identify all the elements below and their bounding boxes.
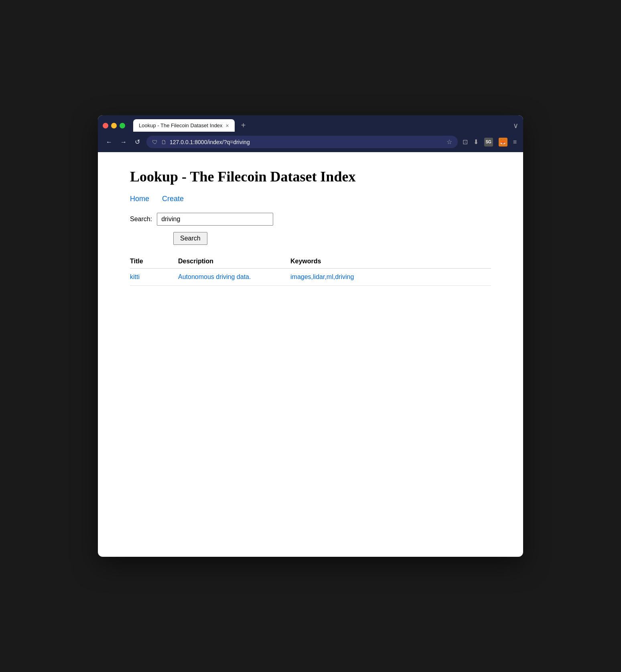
results-table: Title Description Keywords kitti Autonom… — [130, 255, 491, 286]
search-button[interactable]: Search — [173, 232, 207, 245]
address-domain: 127.0.0.1 — [170, 139, 193, 145]
col-description: Description — [178, 255, 290, 269]
metamask-extension-button[interactable]: 🦊 — [499, 138, 507, 147]
address-port-path: :8000/index/?q=driving — [193, 139, 250, 145]
table-header-row: Title Description Keywords — [130, 255, 491, 269]
sg-extension-button[interactable]: SG — [484, 138, 493, 147]
title-link[interactable]: kitti — [130, 273, 140, 280]
table-body: kitti Autonomous driving data. images,li… — [130, 269, 491, 286]
tab-close-button[interactable]: × — [226, 123, 229, 128]
home-link[interactable]: Home — [130, 195, 149, 203]
cell-keywords: images,lidar,ml,driving — [290, 269, 491, 286]
tab-bar: Lookup - The Filecoin Dataset Index × + … — [98, 115, 523, 132]
page-nav: Home Create — [130, 195, 491, 203]
search-row: Search: — [130, 213, 491, 226]
close-traffic-light[interactable] — [103, 123, 108, 128]
cell-title: kitti — [130, 269, 178, 286]
cell-description: Autonomous driving data. — [178, 269, 290, 286]
search-input[interactable] — [157, 213, 273, 226]
page-icon: 🗋 — [161, 139, 166, 145]
forward-button[interactable]: → — [119, 137, 128, 147]
address-bar[interactable]: 🛡 🗋 127.0.0.1:8000/index/?q=driving ☆ — [146, 136, 458, 148]
table-header: Title Description Keywords — [130, 255, 491, 269]
maximize-traffic-light[interactable] — [120, 123, 125, 128]
menu-button[interactable]: ≡ — [513, 138, 517, 146]
keywords-link[interactable]: images,lidar,ml,driving — [290, 273, 354, 280]
new-tab-button[interactable]: + — [238, 119, 249, 132]
col-keywords: Keywords — [290, 255, 491, 269]
address-text: 127.0.0.1:8000/index/?q=driving — [170, 139, 443, 145]
download-button[interactable]: ⬇ — [473, 138, 479, 146]
description-link[interactable]: Autonomous driving data. — [178, 273, 251, 280]
browser-nav-icons: ⊡ ⬇ SG 🦊 ≡ — [463, 138, 517, 147]
active-tab[interactable]: Lookup - The Filecoin Dataset Index × — [133, 119, 235, 132]
minimize-traffic-light[interactable] — [111, 123, 117, 128]
create-link[interactable]: Create — [162, 195, 184, 203]
browser-chrome: Lookup - The Filecoin Dataset Index × + … — [98, 115, 523, 152]
traffic-lights — [103, 123, 125, 128]
bookmark-button[interactable]: ☆ — [446, 138, 452, 146]
page-content: Lookup - The Filecoin Dataset Index Home… — [98, 152, 523, 513]
tab-overflow-button[interactable]: ∨ — [513, 121, 518, 130]
tab-title: Lookup - The Filecoin Dataset Index — [139, 122, 223, 128]
back-button[interactable]: ← — [104, 137, 114, 147]
nav-bar: ← → ↺ 🛡 🗋 127.0.0.1:8000/index/?q=drivin… — [98, 132, 523, 152]
search-label: Search: — [130, 216, 152, 223]
pocket-button[interactable]: ⊡ — [463, 138, 468, 146]
col-title: Title — [130, 255, 178, 269]
reload-button[interactable]: ↺ — [133, 136, 142, 147]
search-form: Search: Search — [130, 213, 491, 245]
shield-icon: 🛡 — [152, 139, 158, 145]
table-row: kitti Autonomous driving data. images,li… — [130, 269, 491, 286]
browser-window: Lookup - The Filecoin Dataset Index × + … — [98, 115, 523, 557]
page-title: Lookup - The Filecoin Dataset Index — [130, 168, 491, 185]
